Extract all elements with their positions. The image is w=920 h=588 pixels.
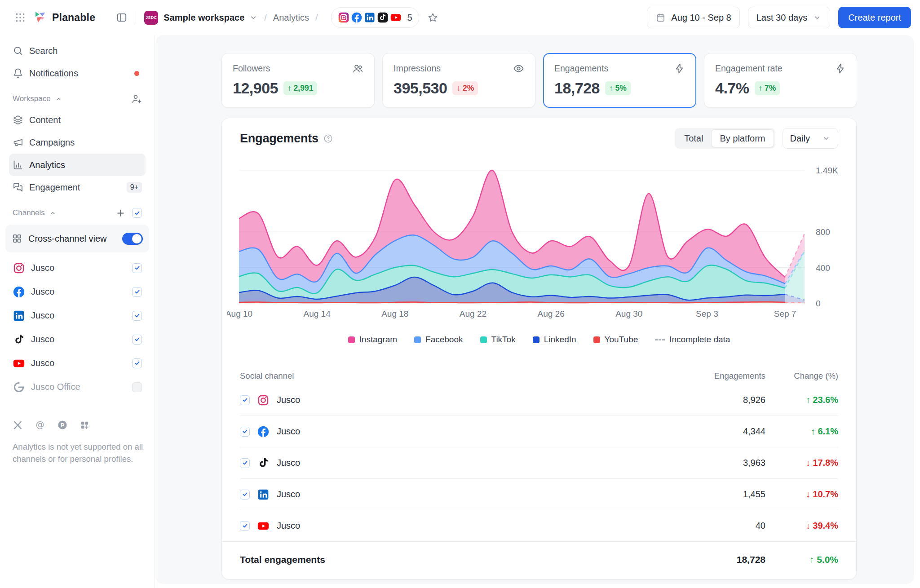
channel-row-tiktok[interactable]: Jusco [9,327,146,351]
collapse-sidebar-icon[interactable] [116,12,128,23]
breadcrumb-separator: / [315,13,318,23]
channel-checkbox-tiktok[interactable] [132,335,142,345]
cross-channel-label: Cross-channel view [28,234,107,244]
date-preset-select[interactable]: Last 30 days [748,7,830,28]
stat-card-value: 4.7% [715,80,749,97]
cross-channel-toggle[interactable] [122,233,143,245]
table-row-linkedin[interactable]: Jusco1,455↓ 10.7% [240,479,838,510]
x-icon [13,420,23,430]
table-row-tiktok[interactable]: Jusco3,963↓ 17.8% [240,447,838,479]
channel-row-facebook[interactable]: Jusco [9,280,146,304]
legend-item-instagram: Instagram [348,335,397,345]
svg-text:@: @ [36,420,44,429]
svg-text:800: 800 [816,227,830,237]
select-all-channels-checkbox[interactable] [132,208,142,218]
row-change-value: ↓ 10.7% [765,489,838,500]
svg-text:P: P [61,422,65,429]
cross-channel-view-row[interactable]: Cross-channel view [5,225,149,252]
stat-card-value: 12,905 [233,80,278,97]
channel-row-youtube[interactable]: Jusco [9,351,146,375]
sidebar-item-label: Content [29,115,61,125]
stat-card-change-badge: ↓ 2% [452,81,478,95]
stat-card-change-badge: ↑ 7% [755,81,780,95]
sidebar-item-notifications[interactable]: Notifications [9,62,146,84]
breadcrumb-section[interactable]: Analytics [273,13,309,23]
date-range-picker[interactable]: Aug 10 - Sep 8 [647,7,739,28]
row-channel-cell: Jusco [240,425,631,438]
svg-text:Aug 26: Aug 26 [538,309,565,318]
workspace-name[interactable]: Sample workspace [164,13,244,23]
row-checkbox-tiktok[interactable] [240,458,250,468]
tiktok-icon [257,457,270,469]
svg-text:Aug 18: Aug 18 [381,309,408,318]
row-change-value: ↓ 39.4% [765,521,838,531]
channel-checkbox-linkedin[interactable] [132,311,142,321]
table-row-instagram[interactable]: Jusco8,926↑ 23.6% [240,385,838,416]
search-label: Search [29,46,58,56]
app-launcher-icon[interactable] [14,12,26,23]
channels-table: Social channel Engagements Change (%) Ju… [240,367,838,578]
linkedin-icon [364,12,376,23]
instagram-icon [13,262,25,274]
sidebar-item-search[interactable]: Search [9,40,146,62]
view-option-by-platform[interactable]: By platform [711,129,774,147]
row-checkbox-youtube[interactable] [240,521,250,531]
channel-row-google[interactable]: Jusco Office [9,375,146,399]
channel-row-linkedin[interactable]: Jusco [9,304,146,327]
channels-section-header[interactable]: Channels [9,203,146,223]
table-row-facebook[interactable]: Jusco4,344↑ 6.1% [240,416,838,447]
chevron-down-icon[interactable] [249,13,258,22]
legend-swatch [655,339,665,340]
help-icon[interactable] [323,133,333,144]
create-report-label: Create report [848,13,901,23]
channel-name: Jusco [31,287,54,297]
create-report-button[interactable]: Create report [838,7,911,28]
channel-checkbox-google[interactable] [132,382,142,392]
row-checkbox-facebook[interactable] [240,427,250,437]
invite-user-icon[interactable] [131,93,142,104]
header-divider [136,11,136,24]
channel-checkbox-facebook[interactable] [132,287,142,297]
add-channel-icon[interactable] [115,208,126,218]
legend-item-incomplete-data: Incomplete data [655,335,730,345]
sidebar-item-campaigns[interactable]: Campaigns [9,131,146,154]
legend-swatch [593,336,600,343]
channel-selector-pill[interactable]: 5 [331,7,419,28]
row-channel-cell: Jusco [240,520,631,532]
workspace-section-header[interactable]: Workspace [9,89,146,109]
legend-label: LinkedIn [544,335,576,345]
notifications-label: Notifications [29,68,78,79]
column-change: Change (%) [765,371,838,381]
stat-card-followers[interactable]: Followers12,905↑ 2,991 [221,53,375,108]
view-toggle: Total By platform [675,128,775,149]
svg-text:Aug 10: Aug 10 [227,309,252,318]
channel-row-instagram[interactable]: Jusco [9,256,146,280]
view-option-total[interactable]: Total [676,129,711,147]
panel-title: Engagements [240,132,318,146]
table-row-youtube[interactable]: Jusco40↓ 39.4% [240,510,838,541]
stat-card-impressions[interactable]: Impressions395,530↓ 2% [382,53,535,108]
sidebar-item-content[interactable]: Content [9,109,146,131]
workspace-avatar[interactable]: JSDC [144,11,158,25]
row-channel-name: Jusco [277,521,300,531]
granularity-select[interactable]: Daily [783,128,838,149]
row-checkbox-instagram[interactable] [240,395,250,405]
sidebar-item-engagement[interactable]: Engagement9+ [9,176,146,199]
favorite-star-icon[interactable] [427,12,438,23]
main-content: Followers12,905↑ 2,991Impressions395,530… [155,35,914,584]
channel-checkbox-youtube[interactable] [132,358,142,368]
stat-card-title: Impressions [394,63,441,74]
legend-swatch [533,336,540,343]
channel-checkbox-instagram[interactable] [132,263,142,273]
youtube-icon [13,357,25,370]
sidebar-item-analytics[interactable]: Analytics [9,154,146,176]
facebook-icon [13,286,25,298]
total-row: Total engagements 18,728 ↑ 5.0% [240,542,838,578]
bar-chart-icon [13,159,23,170]
sidebar: Search Notifications Workspace ContentCa… [0,35,155,588]
row-checkbox-linkedin[interactable] [240,490,250,500]
stat-card-engagements[interactable]: Engagements18,728↑ 5% [543,53,696,108]
stat-card-value: 18,728 [554,80,600,97]
engagements-area-chart[interactable]: 04008001.49KAug 10Aug 14Aug 18Aug 22Aug … [227,157,840,322]
stat-card-engagement-rate[interactable]: Engagement rate4.7%↑ 7% [704,53,857,108]
